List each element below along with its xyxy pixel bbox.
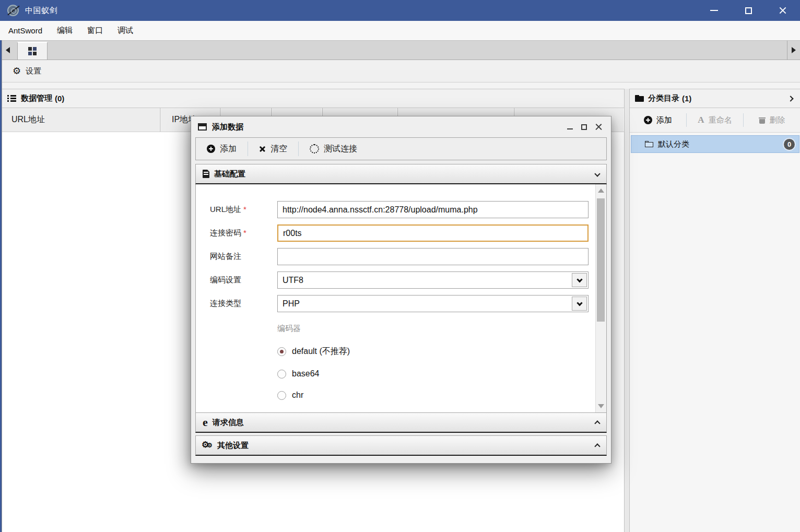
encoder-option-default[interactable]: default (不推荐) [277,346,606,357]
folder-icon [635,95,644,102]
chevron-right-icon[interactable] [787,96,793,101]
menu-debug[interactable]: 调试 [110,21,140,40]
dialog-clear-label: 清空 [270,144,287,155]
menu-antsword[interactable]: AntSword [1,22,50,39]
category-add-label: 添加 [656,115,672,125]
encoder-option-chr[interactable]: chr [277,391,606,400]
scroll-down-icon[interactable] [598,404,604,408]
gears-icon: ⚙⚙ [203,441,213,450]
password-input[interactable] [277,224,589,242]
category-delete-button[interactable]: 删除 [744,108,800,132]
chevron-down-icon [577,276,582,282]
basic-config-body: URL地址* 连接密码* 网站备注 编码设置 UTF8 [195,184,607,412]
tab-bar [0,40,800,60]
app-toolbar: ⚙ 设置 [0,60,800,82]
dialog-minimize-button[interactable] [567,128,573,129]
trash-icon [759,116,766,124]
menu-bar: AntSword 编辑 窗口 调试 [0,21,800,40]
dialog-maximize-button[interactable] [581,124,587,130]
encoder-option-base64[interactable]: base64 [277,369,606,379]
category-item-badge: 0 [784,139,795,150]
dialog-close-button[interactable] [595,124,602,131]
panel-splitter[interactable] [624,89,630,532]
note-input[interactable] [277,248,589,265]
dialog-add-label: 添加 [220,144,237,155]
gear-icon: ⚙ [13,66,21,76]
conn-type-value: PHP [283,299,300,309]
radio-icon[interactable] [277,347,286,356]
settings-button[interactable]: ⚙ 设置 [13,66,41,76]
chevron-down-icon [577,300,582,305]
category-delete-label: 删除 [770,115,785,125]
column-url[interactable]: URL地址 [0,108,160,132]
window-icon [198,123,207,131]
password-row: 连接密码* [210,224,606,242]
menu-edit[interactable]: 编辑 [50,21,80,40]
minimize-button[interactable] [697,0,731,21]
arrow-right-icon [792,47,796,53]
category-add-button[interactable]: 添加 [630,108,686,132]
dialog-scrollbar[interactable] [595,184,606,412]
os-titlebar: 中国蚁剑 [0,0,800,21]
radio-icon[interactable] [277,391,286,400]
note-row: 网站备注 [210,248,606,265]
category-rename-label: 重命名 [709,115,732,125]
connection-form: URL地址* 连接密码* 网站备注 编码设置 UTF8 [196,184,606,400]
conn-type-dropdown-button[interactable] [572,297,587,311]
dialog-controls [567,124,602,131]
add-data-dialog: 添加数据 添加 清空 测试连接 基 [191,116,611,464]
data-panel-count: (0) [55,94,64,103]
dialog-add-button[interactable]: 添加 [196,138,248,160]
url-row: URL地址* [210,201,606,218]
window-left-border-line [2,40,2,532]
section-basic-config[interactable]: 基础配置 [195,164,607,184]
radio-icon[interactable] [277,370,286,379]
grid-icon [28,47,37,55]
category-rename-button[interactable]: A 重命名 [687,108,743,132]
e-globe-icon: e [203,418,208,427]
tab-home[interactable] [17,42,48,60]
maximize-button[interactable] [731,0,766,21]
close-button[interactable] [766,0,800,21]
section-request-info[interactable]: e 请求信息 [195,412,607,433]
category-panel-count: (1) [682,94,691,103]
required-asterisk: * [243,228,246,237]
minimize-icon [710,10,718,11]
conn-type-label: 连接类型 [210,299,277,309]
category-item-default[interactable]: 默认分类 0 [631,135,799,153]
encoding-dropdown-button[interactable] [572,273,587,287]
category-panel: 分类目录 (1) 添加 A 重命名 删除 [630,89,800,532]
window-controls [697,0,800,21]
url-input[interactable] [277,201,589,218]
tab-scroll-left-button[interactable] [0,41,16,60]
data-panel-header: 数据管理 (0) [0,89,624,108]
category-item-label: 默认分类 [658,139,689,149]
chevron-down-icon [594,171,600,176]
category-toolbar: 添加 A 重命名 删除 [630,108,800,133]
dialog-clear-button[interactable]: 清空 [248,138,298,160]
category-panel-header: 分类目录 (1) [630,89,800,108]
dialog-titlebar[interactable]: 添加数据 [191,116,611,137]
dialog-test-connection-button[interactable]: 测试连接 [299,138,368,160]
section-other-settings[interactable]: ⚙⚙ 其他设置 [195,435,607,456]
dialog-test-label: 测试连接 [324,144,357,155]
section-request-label: 请求信息 [213,418,244,428]
scrollbar-thumb[interactable] [597,198,605,322]
plus-circle-icon [207,145,215,153]
encoding-value: UTF8 [283,276,303,285]
antsword-logo-icon [7,5,19,16]
chevron-up-icon [594,420,600,426]
url-label: URL地址* [210,205,277,215]
conn-type-select[interactable]: PHP [277,295,589,312]
encoder-option-label: base64 [292,369,320,379]
scroll-up-icon[interactable] [598,188,604,193]
dialog-title: 添加数据 [212,122,243,132]
dialog-toolbar: 添加 清空 测试连接 [195,137,607,160]
encoding-select[interactable]: UTF8 [277,271,589,289]
section-other-label: 其他设置 [217,441,249,451]
tab-scroll-right-button[interactable] [787,41,800,60]
chevron-up-icon [594,443,600,449]
note-label: 网站备注 [210,252,277,262]
menu-window[interactable]: 窗口 [80,21,110,40]
window-title: 中国蚁剑 [25,6,57,16]
